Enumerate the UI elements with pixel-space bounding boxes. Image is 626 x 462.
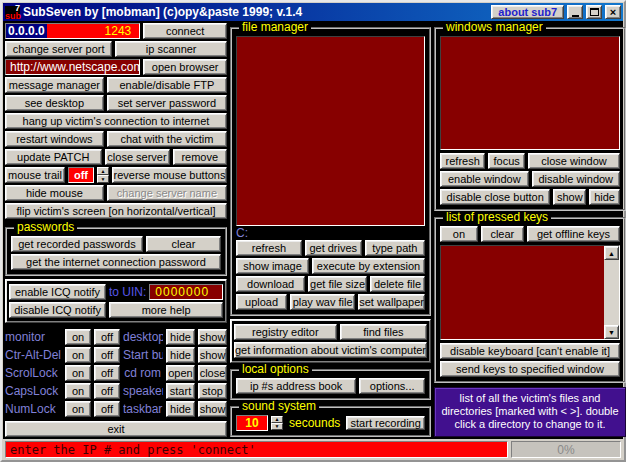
keylog-text[interactable] bbox=[441, 246, 604, 339]
reverse-mouse-buttons-button[interactable]: reverse mouse buttons bbox=[112, 167, 227, 183]
fm-refresh-button[interactable]: refresh bbox=[236, 240, 302, 256]
disable-close-button-button[interactable]: disable close button bbox=[440, 189, 550, 205]
file-list[interactable] bbox=[236, 36, 425, 226]
chat-with-victim-button[interactable]: chat with the victim bbox=[107, 131, 227, 147]
start-recording-button[interactable]: start recording bbox=[346, 416, 425, 430]
scrollock-on-button[interactable]: on bbox=[65, 365, 91, 381]
get-info-button[interactable]: get information about victim's computer bbox=[234, 342, 427, 358]
maximize-icon[interactable] bbox=[586, 5, 602, 19]
numlock-on-button[interactable]: on bbox=[65, 401, 91, 417]
ip-address-book-button[interactable]: ip #s address book bbox=[236, 378, 356, 394]
enable-icq-notify-button[interactable]: enable ICQ notify bbox=[9, 284, 106, 300]
disable-icq-notify-button[interactable]: disable ICQ notify bbox=[9, 302, 106, 318]
focus-button[interactable]: focus bbox=[488, 153, 525, 169]
capslock-off-button[interactable]: off bbox=[94, 383, 120, 399]
seconds-spinner-down-icon[interactable]: ▼ bbox=[271, 423, 283, 430]
start-button-label: Start but. bbox=[123, 347, 163, 363]
seconds-input[interactable]: 10 bbox=[236, 415, 268, 431]
type-path-button[interactable]: type path bbox=[365, 240, 425, 256]
windows-list[interactable] bbox=[440, 36, 620, 150]
keys-on-button[interactable]: on bbox=[440, 226, 478, 242]
cd-rom-close-button[interactable]: close bbox=[198, 365, 227, 381]
mouse-trail-button[interactable]: mouse trail bbox=[5, 167, 65, 183]
upload-button[interactable]: upload bbox=[236, 294, 287, 310]
disable-keyboard-button[interactable]: disable keyboard [can't enable it] bbox=[440, 343, 620, 359]
get-drives-button[interactable]: get drives bbox=[305, 240, 362, 256]
close-window-button[interactable]: close window bbox=[528, 153, 620, 169]
update-patch-button[interactable]: update PATCH bbox=[5, 149, 102, 165]
seconds-spinner-up-icon[interactable]: ▲ bbox=[271, 416, 283, 423]
message-manager-button[interactable]: message manager bbox=[5, 77, 104, 93]
close-icon[interactable]: × bbox=[605, 5, 621, 19]
more-help-button[interactable]: more help bbox=[109, 302, 223, 318]
registry-editor-button[interactable]: registry editor bbox=[234, 324, 337, 340]
connect-button[interactable]: connect bbox=[143, 23, 227, 39]
set-server-password-button[interactable]: set server password bbox=[107, 95, 227, 111]
exit-button[interactable]: exit bbox=[5, 421, 227, 437]
window-title: SubSeven by [mobman] (c)opy&paste 1999; … bbox=[23, 5, 488, 19]
remove-button[interactable]: remove bbox=[173, 149, 228, 165]
download-button[interactable]: download bbox=[236, 276, 305, 292]
middle-column: file manager C: refresh get drives type … bbox=[230, 23, 431, 437]
restart-windows-button[interactable]: restart windows bbox=[5, 131, 104, 147]
sound-system-group: sound system 10 ▲ ▼ secounds start recor… bbox=[230, 406, 431, 437]
spinner-up-icon[interactable]: ▲ bbox=[97, 167, 109, 175]
desktop-show-button[interactable]: show bbox=[198, 329, 227, 345]
capslock-on-button[interactable]: on bbox=[65, 383, 91, 399]
get-file-size-button[interactable]: get file size bbox=[308, 276, 367, 292]
start-button-hide-button[interactable]: hide bbox=[166, 347, 195, 363]
set-wallpaper-button[interactable]: set wallpaper bbox=[358, 294, 425, 310]
change-server-port-button[interactable]: change server port bbox=[5, 41, 112, 57]
options-button[interactable]: options... bbox=[359, 378, 425, 394]
close-server-button[interactable]: close server bbox=[105, 149, 170, 165]
ctrl-alt-del-on-button[interactable]: on bbox=[65, 347, 91, 363]
about-sub7-button[interactable]: about sub7 bbox=[491, 5, 564, 19]
scrollock-off-button[interactable]: off bbox=[94, 365, 120, 381]
ip-input[interactable]: 0.0.0.0 1243 bbox=[5, 23, 140, 39]
hang-up-button[interactable]: hang up victim's connection to internet bbox=[5, 113, 227, 129]
see-desktop-button[interactable]: see desktop bbox=[5, 95, 104, 111]
monitor-off-button[interactable]: off bbox=[94, 329, 120, 345]
speaker-start-button[interactable]: start bbox=[166, 383, 195, 399]
play-wav-file-button[interactable]: play wav file bbox=[290, 294, 355, 310]
enable-disable-ftp-button[interactable]: enable/disable FTP bbox=[107, 77, 227, 93]
mouse-trail-value[interactable]: off bbox=[68, 167, 94, 183]
disable-window-button[interactable]: disable window bbox=[532, 171, 621, 187]
get-offline-keys-button[interactable]: get offline keys bbox=[527, 226, 620, 242]
ip-scanner-button[interactable]: ip scanner bbox=[115, 41, 227, 57]
show-image-button[interactable]: show image bbox=[236, 258, 309, 274]
desktop-hide-button[interactable]: hide bbox=[166, 329, 195, 345]
wm-hide-button[interactable]: hide bbox=[589, 189, 620, 205]
scroll-down-icon[interactable]: ▼ bbox=[604, 325, 619, 339]
send-keys-button[interactable]: send keys to specified window bbox=[440, 361, 620, 377]
taskbar-show-button[interactable]: show bbox=[198, 401, 227, 417]
ctrl-alt-del-off-button[interactable]: off bbox=[94, 347, 120, 363]
scroll-track[interactable] bbox=[604, 260, 619, 325]
flip-screen-button[interactable]: flip victim's screen [on horizontal/vert… bbox=[5, 203, 227, 219]
start-button-show-button[interactable]: show bbox=[198, 347, 227, 363]
get-internet-password-button[interactable]: get the internet connection password bbox=[11, 254, 221, 270]
find-files-button[interactable]: find files bbox=[340, 324, 427, 340]
speaker-stop-button[interactable]: stop bbox=[198, 383, 227, 399]
keylog-scrollbar[interactable]: ▲ ▼ bbox=[604, 246, 619, 339]
open-browser-button[interactable]: open browser bbox=[143, 59, 227, 75]
numlock-off-button[interactable]: off bbox=[94, 401, 120, 417]
enable-window-button[interactable]: enable window bbox=[440, 171, 529, 187]
keys-clear-button[interactable]: clear bbox=[481, 226, 524, 242]
minimize-icon[interactable] bbox=[567, 5, 583, 19]
monitor-on-button[interactable]: on bbox=[65, 329, 91, 345]
get-recorded-passwords-button[interactable]: get recorded passwords bbox=[11, 236, 143, 252]
clear-passwords-button[interactable]: clear bbox=[146, 236, 221, 252]
status-message: enter the IP # and press 'connect' bbox=[5, 441, 508, 458]
cd-rom-open-button[interactable]: open bbox=[166, 365, 195, 381]
scroll-up-icon[interactable]: ▲ bbox=[604, 246, 619, 260]
delete-file-button[interactable]: delete file bbox=[370, 276, 425, 292]
wm-refresh-button[interactable]: refresh bbox=[440, 153, 485, 169]
uin-input[interactable]: 0000000 bbox=[149, 284, 223, 300]
wm-show-button[interactable]: show bbox=[553, 189, 586, 205]
execute-by-extension-button[interactable]: execute by extension bbox=[312, 258, 425, 274]
taskbar-hide-button[interactable]: hide bbox=[166, 401, 195, 417]
url-input[interactable]: http://www.netscape.com bbox=[5, 59, 140, 75]
spinner-down-icon[interactable]: ▼ bbox=[97, 175, 109, 183]
hide-mouse-button[interactable]: hide mouse bbox=[5, 185, 104, 201]
